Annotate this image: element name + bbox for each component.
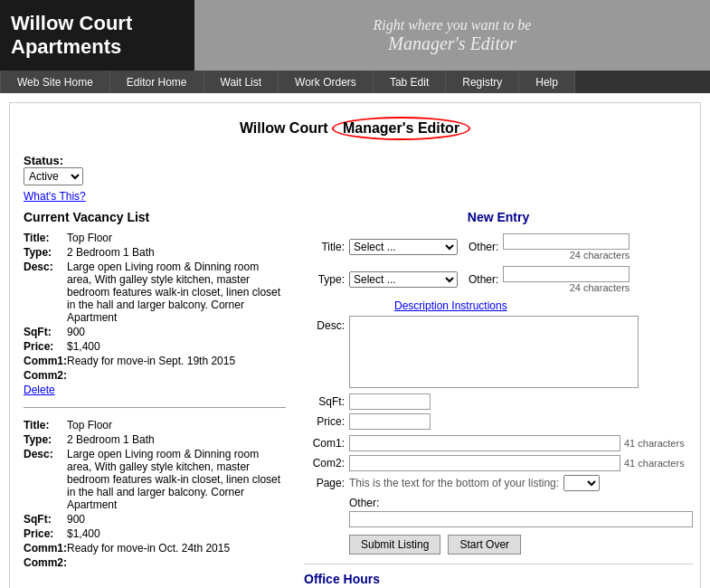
vacancy2-price-row: Price: $1,400 [24,527,286,540]
nav-tab-edit[interactable]: Tab Edit [374,71,446,93]
logo: Willow Court Apartments [0,0,194,71]
submit-listing-button[interactable]: Submit Listing [349,535,440,555]
two-col-layout: Current Vacancy List Title: Top Floor Ty… [24,210,686,588]
char-count-type: 24 characters [503,282,630,293]
char-count-title: 24 characters [503,250,630,261]
price-form-row: Price: [304,413,693,430]
office-hours: Office Hours Up to Four Lines: [304,564,693,588]
page-form-row: Page: This is the text for the bottom of… [304,475,693,491]
other-label2: Other: [349,497,693,509]
com2-input[interactable] [349,455,620,471]
page-title-left: Willow Court [240,120,332,136]
navbar: Web Site Home Editor Home Wait List Work… [0,71,710,93]
vacancy2-sqft-row: SqFt: 900 [24,513,286,526]
whats-this-link[interactable]: What's This? [24,190,686,203]
com2-chars: 41 characters [624,458,685,469]
type-select[interactable]: Select ... [349,271,458,288]
banner: Right where you want to be Manager's Edi… [194,0,710,71]
title-form-label: Title: [304,241,345,253]
page-label: Page: [304,477,345,489]
price-input[interactable] [349,413,431,430]
vacancy-sqft-row: SqFt: 900 [24,326,286,338]
vacancy-comm2-row: Comm2: [24,369,286,382]
vacancy-item: Title: Top Floor Type: 2 Bedroom 1 Bath … [24,232,286,408]
sqft-label: SqFt: [304,395,345,408]
vacancy2-type-row: Type: 2 Bedroom 1 Bath [24,433,286,446]
delete-link-1[interactable]: Delete [24,384,55,396]
vacancy-title-row: Title: Top Floor [24,232,286,244]
nav-wait-list[interactable]: Wait List [204,71,279,93]
page-title-container: Willow Court Manager's Editor [24,117,686,140]
other-type-group: 24 characters [503,266,630,293]
desc-form-row: Desc: [304,316,693,388]
type-form-label: Type: [304,273,345,286]
nav-web-site-home[interactable]: Web Site Home [0,71,110,93]
com2-form-row: Com2: 41 characters [304,455,693,471]
banner-line1: Right where you want to be [374,17,532,33]
other-title-group: 24 characters [503,233,630,261]
vacancy2-comm2-row: Comm2: [24,556,286,569]
new-entry-form: New Entry Title: Select ... Other: 24 ch… [286,210,693,588]
vacancy2-title-row: Title: Top Floor [24,419,286,432]
vacancy-price-row: Price: $1,400 [24,340,286,353]
status-label: Status: [24,154,63,167]
nav-editor-home[interactable]: Editor Home [110,71,204,93]
com1-input[interactable] [349,435,620,451]
vacancy-list: Current Vacancy List Title: Top Floor Ty… [24,210,286,588]
banner-line2: Manager's Editor [388,33,516,54]
com2-label: Com2: [304,457,345,469]
start-over-button[interactable]: Start Over [448,535,521,555]
vacancy-comm1-row: Comm1: Ready for move-in Sept. 19th 2015 [24,355,286,367]
nav-registry[interactable]: Registry [446,71,519,93]
status-section: Status: Active Inactive [24,154,686,185]
com1-form-row: Com1: 41 characters [304,435,693,451]
title-form-row: Title: Select ... Other: 24 characters [304,233,693,261]
com1-chars: 41 characters [624,438,685,449]
other-type-input[interactable] [503,266,630,282]
nav-help[interactable]: Help [519,71,575,93]
button-row: Submit Listing Start Over [349,535,693,555]
page-select[interactable] [563,475,600,491]
other-label-type: Other: [469,273,498,286]
price-label: Price: [304,415,345,428]
vacancy2-comm1-row: Comm1: Ready for move-in Oct. 24th 2015 [24,542,286,555]
vacancy2-desc-row: Desc: Large open Living room & Dinning r… [24,448,286,511]
new-entry-title: New Entry [304,210,693,224]
other-label-title: Other: [469,241,498,253]
other-title-input[interactable] [503,233,630,250]
vacancy-type-row: Type: 2 Bedroom 1 Bath [24,246,286,259]
desc-textarea[interactable] [349,316,639,388]
nav-work-orders[interactable]: Work Orders [279,71,374,93]
title-select[interactable]: Select ... [349,239,458,255]
page-desc-text: This is the text for the bottom of your … [349,477,559,489]
vacancy-list-title: Current Vacancy List [24,210,286,224]
vacancy-desc-row: Desc: Large open Living room & Dinning r… [24,261,286,324]
other-section: Other: [349,497,693,527]
type-form-row: Type: Select ... Other: 24 characters [304,266,693,293]
desc-instructions-link[interactable]: Description Instructions [394,299,507,312]
office-hours-title: Office Hours [304,572,693,586]
main-content: Willow Court Manager's Editor Status: Ac… [9,102,701,588]
vacancy-item-2: Title: Top Floor Type: 2 Bedroom 1 Bath … [24,419,286,582]
desc-label: Desc: [304,319,345,332]
sqft-input[interactable] [349,394,431,410]
sqft-form-row: SqFt: [304,394,693,410]
page-title-oval: Manager's Editor [332,117,470,140]
com1-label: Com1: [304,437,345,450]
status-select[interactable]: Active Inactive [24,167,83,185]
header: Willow Court Apartments Right where you … [0,0,710,71]
other-input2[interactable] [349,511,693,527]
